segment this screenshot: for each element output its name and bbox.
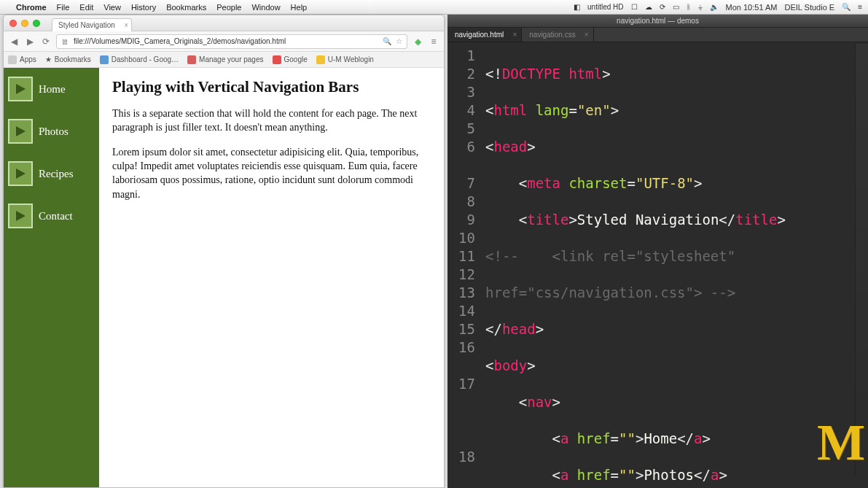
- vertical-nav: Home Photos Recipes Contact: [4, 68, 99, 487]
- menubar-item-window[interactable]: Window: [251, 3, 280, 12]
- svg-marker-2: [16, 169, 26, 179]
- statusbar-display-icon[interactable]: ▭: [673, 3, 679, 11]
- window-traffic-lights[interactable]: [9, 20, 40, 27]
- statusbar-spotlight-icon[interactable]: 🔍: [842, 3, 851, 11]
- nav-link-label: Recipes: [39, 168, 73, 180]
- svg-marker-1: [16, 126, 26, 136]
- editor-minimap[interactable]: [855, 44, 868, 475]
- nav-link-photos[interactable]: Photos: [7, 115, 96, 148]
- nav-link-contact[interactable]: Contact: [7, 199, 96, 233]
- window-zoom-button[interactable]: [33, 20, 40, 27]
- statusbar-user[interactable]: DEIL Studio E: [784, 3, 834, 12]
- nav-link-label: Contact: [39, 210, 73, 222]
- chrome-toolbar: ◀ ▶ ⟳ 🗎 file:///Volumes/MDIG_Camera_Orig…: [4, 31, 444, 52]
- site-info-icon[interactable]: 🗎: [61, 37, 69, 46]
- page-heading: Playing with Vertical Navigation Bars: [112, 78, 423, 96]
- nav-link-recipes[interactable]: Recipes: [7, 157, 96, 190]
- statusbar-sync-icon[interactable]: ⟳: [660, 3, 665, 11]
- bookmark-star-icon[interactable]: ☆: [396, 37, 402, 45]
- address-bar[interactable]: 🗎 file:///Volumes/MDIG_Camera_Originals_…: [56, 34, 407, 49]
- editor-code[interactable]: <!DOCTYPE html> <html lang="en"> <head> …: [481, 42, 868, 488]
- chrome-titlebar: Styled Navigation ×: [4, 15, 444, 31]
- editor-tab[interactable]: navigation.css ×: [522, 28, 593, 42]
- menubar-item-file[interactable]: File: [57, 3, 70, 12]
- menubar-item-view[interactable]: View: [103, 3, 121, 12]
- tab-close-icon[interactable]: ×: [584, 31, 589, 39]
- bookmark-item[interactable]: U-M Weblogin: [316, 55, 374, 64]
- tab-close-icon[interactable]: ×: [124, 21, 128, 29]
- play-icon: [8, 161, 33, 186]
- statusbar-volume-icon[interactable]: 🔈: [710, 3, 719, 11]
- browser-tab[interactable]: Styled Navigation ×: [52, 18, 132, 31]
- page-content: Playing with Vertical Navigation Bars Th…: [99, 68, 444, 487]
- statusbar-dropbox-icon[interactable]: ☐: [631, 3, 638, 11]
- menubar-item-history[interactable]: History: [131, 3, 156, 12]
- browser-tab-title: Styled Navigation: [58, 21, 115, 29]
- svg-marker-0: [16, 84, 26, 94]
- editor-tab-label: navigation.html: [455, 31, 504, 39]
- editor-window: navigation.html — demos navigation.html …: [447, 15, 868, 488]
- editor-body[interactable]: 123456789101112131415161718 <!DOCTYPE ht…: [447, 42, 868, 488]
- tab-close-icon[interactable]: ×: [512, 31, 517, 39]
- bookmark-item[interactable]: Dashboard - Goog…: [100, 55, 179, 64]
- nav-link-label: Home: [39, 83, 66, 96]
- page-paragraph: Lorem ipsum dolor sit amet, consectetur …: [112, 145, 423, 201]
- bookmark-item[interactable]: Manage your pages: [187, 55, 263, 64]
- chrome-window: Styled Navigation × ◀ ▶ ⟳ 🗎 file:///Volu…: [3, 15, 445, 488]
- editor-tabstrip: navigation.html × navigation.css ×: [447, 28, 868, 42]
- reload-button[interactable]: ⟳: [40, 36, 52, 47]
- editor-tab-label: navigation.css: [529, 31, 575, 39]
- nav-link-home[interactable]: Home: [7, 72, 96, 106]
- bookmarks-bar: Apps ★Bookmarks Dashboard - Goog… Manage…: [4, 52, 444, 68]
- editor-tab[interactable]: navigation.html ×: [447, 28, 522, 42]
- play-icon: [8, 119, 33, 144]
- statusbar-cloud-icon[interactable]: ☁: [645, 3, 652, 11]
- chrome-menu-button[interactable]: ≡: [428, 36, 439, 47]
- play-icon: [8, 204, 33, 228]
- menubar-item-edit[interactable]: Edit: [79, 3, 93, 12]
- menubar-item-bookmarks[interactable]: Bookmarks: [166, 3, 206, 12]
- apps-shortcut[interactable]: Apps: [8, 55, 36, 64]
- address-bar-url: file:///Volumes/MDIG_Camera_Originals_2/…: [74, 37, 286, 45]
- play-icon: [8, 77, 33, 101]
- page-viewport: Home Photos Recipes Contact: [4, 68, 444, 487]
- window-close-button[interactable]: [9, 20, 17, 27]
- menubar-app-name[interactable]: Chrome: [16, 3, 47, 12]
- statusbar-disk-icon: ◧: [574, 3, 580, 11]
- editor-titlebar: navigation.html — demos: [447, 15, 868, 28]
- forward-button[interactable]: ▶: [24, 36, 36, 47]
- menubar-item-people[interactable]: People: [216, 3, 241, 12]
- window-minimize-button[interactable]: [21, 20, 28, 27]
- statusbar-menu-icon[interactable]: ≡: [858, 3, 862, 11]
- statusbar-bluetooth-icon[interactable]: ᛒ: [687, 3, 691, 11]
- editor-gutter: 123456789101112131415161718: [447, 42, 481, 488]
- svg-marker-3: [16, 211, 26, 221]
- menubar-item-help[interactable]: Help: [291, 3, 308, 12]
- statusbar-clock[interactable]: Mon 10:51 AM: [726, 3, 778, 12]
- extension-icon[interactable]: ◆: [412, 36, 423, 47]
- mac-menubar: Chrome File Edit View History Bookmarks …: [0, 0, 868, 15]
- back-button[interactable]: ◀: [8, 36, 20, 47]
- nav-link-label: Photos: [39, 125, 69, 138]
- statusbar-wifi-icon[interactable]: ⏚: [698, 3, 703, 11]
- page-paragraph: This is a separate section that will hol…: [112, 106, 423, 135]
- zoom-icon[interactable]: 🔍: [383, 37, 391, 45]
- statusbar-disk-label: untitled HD: [587, 3, 623, 11]
- bookmark-item[interactable]: ★Bookmarks: [45, 55, 91, 63]
- bookmark-item[interactable]: Google: [273, 55, 308, 64]
